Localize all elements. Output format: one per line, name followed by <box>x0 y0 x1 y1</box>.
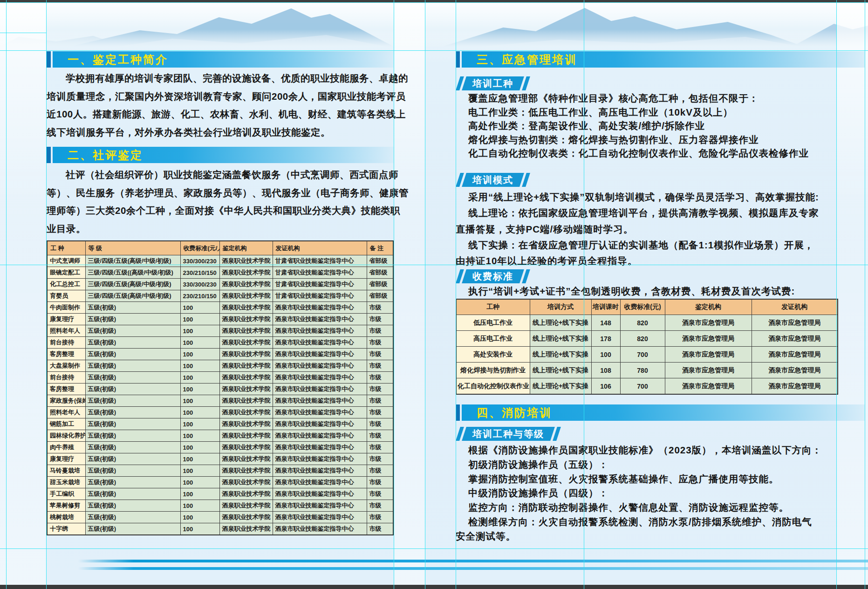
cell-level: 五级(初级) <box>85 442 180 453</box>
cell-fee: 330/300/230 <box>180 279 219 290</box>
cell-fee: 100 <box>180 349 219 360</box>
cell-certifying-org: 酒泉市职业技能鉴定指导中心 <box>273 418 367 430</box>
text-line: 直播答疑，支持PC端/移动端随时学习。 <box>456 221 866 237</box>
column-header: 发证机构 <box>752 299 838 315</box>
section-bar-accent <box>456 51 460 68</box>
cell-note: 市级 <box>367 360 393 372</box>
cell-trade: 甜玉米栽培 <box>47 477 85 488</box>
cell-level: 五级(初级) <box>85 407 180 418</box>
cell-certifying-org: 酒泉市职业技能鉴定指导中心 <box>273 453 367 465</box>
cell-assessing-org: 酒泉职业技术学院 <box>219 302 273 314</box>
cell-certifying-org: 酒泉市应急管理局 <box>752 378 838 395</box>
cell-fee: 700 <box>620 378 665 395</box>
sky-band <box>0 2 868 47</box>
column-header: 鉴定机构 <box>219 241 273 255</box>
cell-note: 市级 <box>367 500 393 512</box>
cell-trade: 十字绣 <box>47 523 85 535</box>
table-row: 手工编织 五级(初级) 100 酒泉职业技术学院 酒泉市职业技能鉴定指导中心 市… <box>47 488 393 500</box>
cell-trade: 康复理疗 <box>47 314 85 325</box>
cell-assessing-org: 酒泉职业技术学院 <box>219 488 273 500</box>
section-title: 二、社评鉴定 <box>68 148 143 163</box>
guide-line-vertical <box>6 0 7 589</box>
cell-note: 省部级 <box>367 267 393 279</box>
table-row: 客房整理 五级(初级) 100 酒泉职业技术学院 酒泉市职业技能鉴定指导中心 市… <box>47 349 393 360</box>
cell-trade: 照料老年人 <box>47 407 85 418</box>
cell-level: 五级(初级) <box>85 477 180 488</box>
guide-line-horizontal <box>0 2 868 3</box>
cell-fee: 100 <box>180 337 219 349</box>
column-header: 收费标准(元) <box>620 299 665 315</box>
cell-note: 市级 <box>367 337 393 349</box>
cell-assessing-org: 酒泉市应急管理局 <box>665 315 752 331</box>
cell-note: 市级 <box>367 523 393 535</box>
table-row: 化工自动化控制仪表作业 线上理论+线下实操 106 700 酒泉市应急管理局 酒… <box>456 378 838 395</box>
cell-trade: 化工自动化控制仪表作业 <box>456 378 530 395</box>
section-title: 三、应急管理培训 <box>477 52 577 67</box>
guide-line-horizontal <box>0 50 868 51</box>
cell-assessing-org: 酒泉职业技术学院 <box>219 372 273 384</box>
guide-line-vertical <box>425 0 425 589</box>
cell-fee: 100 <box>180 512 219 523</box>
cell-fee: 100 <box>180 395 219 407</box>
cell-certifying-org: 酒泉市职业技能鉴定指导中心 <box>273 465 367 477</box>
cell-level: 五级(初级) <box>85 430 180 442</box>
cell-certifying-org: 酒泉市职业技能鉴定指导中心 <box>273 523 367 535</box>
table-row: 康复理疗 五级(初级) 100 酒泉职业技术学院 酒泉市职业技能鉴定指导中心 市… <box>47 453 393 465</box>
table-row: 园林绿化养护 五级(初级) 100 酒泉职业技术学院 酒泉市职业技能鉴定指导中心… <box>47 430 393 442</box>
cell-fee: 100 <box>180 384 219 395</box>
cell-assessing-org: 酒泉职业技术学院 <box>219 418 273 430</box>
section-bar-accent <box>47 147 51 163</box>
cell-trade: 低压电工作业 <box>456 315 530 331</box>
guide-line-horizontal <box>0 548 868 549</box>
emergency-training-table: 工种培训方式培训课时收费标准(元)鉴定机构发证机构 低压电工作业 线上理论+线下… <box>456 299 838 395</box>
table-row: 钢筋加工 五级(初级) 100 酒泉职业技术学院 酒泉市职业技能鉴定指导中心 市… <box>47 418 393 430</box>
section-bar-accent <box>47 51 51 68</box>
cell-fee: 780 <box>620 363 665 378</box>
text-line: 熔化焊接与热切割类：熔化焊接与热切割作业、压力容器焊接作业 <box>456 133 866 147</box>
cell-assessing-org: 酒泉职业技术学院 <box>219 500 273 512</box>
cell-certifying-org: 酒泉市职业技能鉴定指导中心 <box>273 500 367 512</box>
text-line: 化工自动化控制仪表类：化工自动化控制仪表作业、危险化学品仪表检修作业 <box>456 146 866 160</box>
cell-certifying-org: 酒泉市职业技能鉴定指导中心 <box>273 407 367 418</box>
cell-certifying-org: 酒泉市应急管理局 <box>752 315 838 331</box>
cell-assessing-org: 酒泉职业技术学院 <box>219 314 273 325</box>
cell-trade: 苹果树修剪 <box>47 500 85 512</box>
text-line: 初级消防设施操作员（五级）： <box>456 458 866 472</box>
cell-fee: 100 <box>180 418 219 430</box>
cell-assessing-org: 酒泉职业技术学院 <box>219 360 273 372</box>
cell-certifying-org: 酒泉市应急管理局 <box>752 363 838 378</box>
badge-fee-standard: 收费标准 <box>456 269 530 283</box>
table-header-row: 工 种等 级收费标准(元/人)鉴定机构发证机构备 注 <box>47 241 393 255</box>
cell-assessing-org: 酒泉职业技术学院 <box>219 384 273 395</box>
cell-level: 五级(初级) <box>85 360 180 372</box>
cell-note: 市级 <box>367 395 393 407</box>
cell-note: 市级 <box>367 512 393 523</box>
cell-trade: 马铃蔓栽培 <box>47 465 85 477</box>
section-title: 一、鉴定工种简介 <box>68 52 168 67</box>
bottom-stripe-2 <box>78 567 868 570</box>
cell-level: 五级(初级) <box>85 325 180 337</box>
cell-hours: 100 <box>591 347 620 363</box>
cell-assessing-org: 酒泉职业技术学院 <box>219 453 273 465</box>
text-line: 覆盖应急管理部《特种作业目录》核心高危工种，包括但不限于： <box>456 91 866 105</box>
cell-trade: 桃树栽培 <box>47 512 85 523</box>
cell-trade: 高处安装作业 <box>456 347 530 363</box>
cell-assessing-org: 酒泉职业技术学院 <box>219 407 273 418</box>
cell-assessing-org: 酒泉职业技术学院 <box>219 477 273 488</box>
cell-level: 三级/四级/五级(高级/中级/初级) <box>85 290 180 302</box>
table-row: 前台接待 五级(初级) 100 酒泉职业技术学院 酒泉市职业技能鉴定指导中心 市… <box>47 337 393 349</box>
cell-certifying-org: 酒泉市职业技能鉴定指导中心 <box>273 360 367 372</box>
cell-trade: 康复理疗 <box>47 453 85 465</box>
text-line: 社评（社会组织评价）职业技能鉴定涵盖餐饮服务（中式烹调师、西式面点师 <box>47 166 396 184</box>
cell-fee: 230/210/150 <box>180 290 219 302</box>
cell-certifying-org: 酒泉市职业技能鉴定指导中心 <box>273 349 367 360</box>
table-row: 低压电工作业 线上理论+线下实操 148 820 酒泉市应急管理局 酒泉市应急管… <box>456 315 838 331</box>
cell-certifying-org: 甘肃省职业技能鉴定指导中心 <box>273 267 367 279</box>
cell-trade: 客房整理 <box>47 349 85 360</box>
column-header: 备 注 <box>367 241 393 255</box>
cell-certifying-org: 酒泉市职业技能鉴定指导中心 <box>273 314 367 325</box>
table-row: 牛肉面制作 五级(初级) 100 酒泉职业技术学院 酒泉市职业技能鉴定指导中心 … <box>47 302 393 314</box>
text-line: 近100人。搭建新能源、旅游、化工、农林畜、水利、机电、财经、建筑等各类线上 <box>47 105 396 123</box>
cell-trade: 育婴员 <box>47 290 85 302</box>
cell-fee: 230/210/150 <box>180 267 219 279</box>
